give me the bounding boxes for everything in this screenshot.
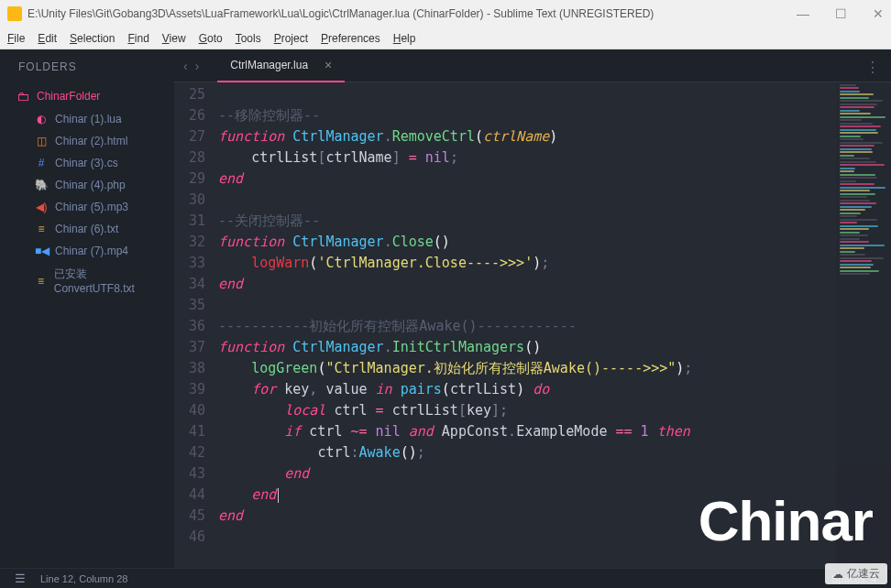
- code-lines[interactable]: --移除控制器--function CtrlManager.RemoveCtrl…: [218, 82, 891, 568]
- menu-goto[interactable]: Goto: [199, 32, 223, 45]
- file-name: Chinar (7).mp4: [55, 245, 128, 257]
- code-view[interactable]: 2526272829303132333435363738394041424344…: [174, 82, 891, 568]
- menu-find[interactable]: Find: [127, 32, 148, 45]
- file-name: Chinar (3).cs: [55, 157, 118, 169]
- menu-view[interactable]: View: [162, 32, 186, 45]
- maximize-button[interactable]: ☐: [835, 6, 847, 21]
- menu-file[interactable]: File: [7, 32, 25, 45]
- close-button[interactable]: ✕: [873, 6, 884, 21]
- file-name: Chinar (6).txt: [55, 223, 118, 235]
- file-row[interactable]: ◫Chinar (2).html: [0, 130, 174, 152]
- folder-row[interactable]: 🗀 ChinarFolder: [0, 84, 174, 108]
- app-icon: [7, 6, 22, 21]
- file-row[interactable]: ≡已安装ConvertUTF8.txt: [0, 262, 174, 299]
- file-icon: ■◀: [35, 245, 48, 257]
- file-icon: #: [35, 157, 48, 169]
- file-icon: ◐: [35, 113, 48, 125]
- menu-project[interactable]: Project: [274, 32, 308, 45]
- menu-preferences[interactable]: Preferences: [321, 32, 380, 45]
- nav-forward-icon[interactable]: ›: [195, 59, 200, 73]
- file-icon: 🐘: [35, 179, 48, 191]
- menu-edit[interactable]: Edit: [38, 32, 57, 45]
- file-icon: ≡: [35, 275, 47, 288]
- window-title: E:\Unity Files\Git\Gobang3D\Assets\LuaFr…: [28, 7, 797, 20]
- sidebar: FOLDERS 🗀 ChinarFolder ◐Chinar (1).lua◫C…: [0, 49, 174, 568]
- file-name: Chinar (4).php: [55, 179, 126, 191]
- file-name: Chinar (5).mp3: [55, 201, 128, 213]
- cloud-icon: ☁: [832, 568, 843, 581]
- file-icon: ≡: [35, 223, 48, 235]
- minimize-button[interactable]: —: [797, 6, 809, 21]
- folder-label: ChinarFolder: [37, 90, 100, 103]
- statusbar: ☰ Line 12, Column 28 Spaces: 4: [0, 568, 891, 588]
- watermark-badge: ☁ 亿速云: [825, 563, 887, 584]
- tab-label: CtrlManager.lua: [230, 59, 308, 71]
- menubar: FileEditSelectionFindViewGotoToolsProjec…: [0, 27, 891, 49]
- file-row[interactable]: ■◀Chinar (7).mp4: [0, 240, 174, 262]
- tab-close-icon[interactable]: ×: [324, 58, 332, 72]
- kebab-menu-icon[interactable]: ⋮: [865, 59, 880, 76]
- file-row[interactable]: ◀)Chinar (5).mp3: [0, 196, 174, 218]
- statusbar-menu-icon[interactable]: ☰: [15, 572, 26, 585]
- editor-area: ‹ › CtrlManager.lua × ⋮ 2526272829303132…: [174, 49, 891, 568]
- tabbar: ‹ › CtrlManager.lua × ⋮: [174, 49, 891, 82]
- menu-selection[interactable]: Selection: [70, 32, 115, 45]
- nav-back-icon[interactable]: ‹: [183, 59, 188, 73]
- titlebar: E:\Unity Files\Git\Gobang3D\Assets\LuaFr…: [0, 0, 891, 27]
- menu-help[interactable]: Help: [393, 32, 416, 45]
- file-row[interactable]: ◐Chinar (1).lua: [0, 108, 174, 130]
- file-icon: ◫: [35, 135, 48, 147]
- gutter: 2526272829303132333435363738394041424344…: [174, 82, 218, 568]
- tab-active[interactable]: CtrlManager.lua ×: [217, 49, 345, 82]
- file-row[interactable]: ≡Chinar (6).txt: [0, 218, 174, 240]
- file-icon: ◀): [35, 201, 48, 213]
- folder-icon: 🗀: [16, 89, 29, 103]
- file-row[interactable]: #Chinar (3).cs: [0, 152, 174, 174]
- file-row[interactable]: 🐘Chinar (4).php: [0, 174, 174, 196]
- sidebar-header: FOLDERS: [0, 60, 174, 73]
- file-name: 已安装ConvertUTF8.txt: [54, 267, 158, 295]
- menu-tools[interactable]: Tools: [236, 32, 261, 45]
- status-pos[interactable]: Line 12, Column 28: [40, 573, 127, 584]
- minimap[interactable]: [836, 82, 891, 568]
- file-name: Chinar (1).lua: [55, 113, 122, 125]
- file-name: Chinar (2).html: [55, 135, 127, 147]
- watermark2-text: 亿速云: [847, 566, 880, 582]
